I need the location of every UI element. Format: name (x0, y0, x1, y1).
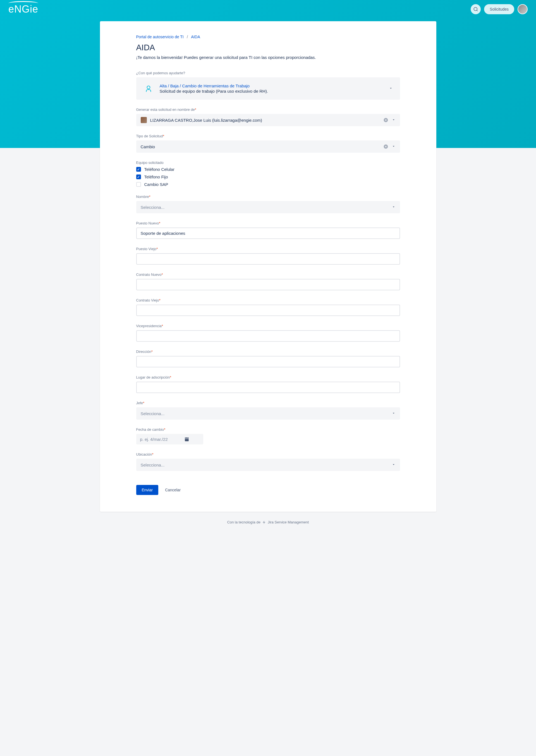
direccion-input[interactable] (136, 356, 400, 367)
equipo-label: Equipo solicitado (136, 160, 400, 165)
breadcrumb-current-link[interactable]: AIDA (191, 35, 200, 39)
chevron-down-icon (392, 118, 396, 122)
tipo-value: Cambio (141, 144, 380, 149)
footer-product[interactable]: Jira Service Management (268, 520, 309, 524)
footer: Con la tecnología de Jira Service Manage… (0, 512, 536, 533)
header: eNGie Solicitudes (0, 0, 536, 18)
clear-icon[interactable] (383, 144, 388, 149)
svg-line-1 (477, 10, 478, 11)
jefe-placeholder: Selecciona... (141, 411, 388, 416)
page-subtitle: ¡Te damos la bienvenida! Puedes generar … (136, 55, 400, 60)
search-icon (473, 7, 478, 12)
page-title: AIDA (136, 43, 400, 52)
ubicacion-label: Ubicación* (136, 452, 400, 456)
help-label: ¿Con qué podemos ayudarte? (136, 71, 400, 75)
checkbox-celular[interactable] (136, 167, 141, 172)
chevron-down-icon (392, 205, 396, 210)
nombre-select[interactable]: Selecciona... (136, 201, 400, 213)
person-icon (144, 83, 153, 93)
lugar-input[interactable] (136, 381, 400, 393)
puesto-viejo-input[interactable] (136, 253, 400, 265)
header-actions: Solicitudes (471, 4, 528, 14)
contrato-nuevo-input[interactable] (136, 279, 400, 290)
ubicacion-select[interactable]: Selecciona... (136, 459, 400, 471)
chevron-down-icon (389, 86, 393, 91)
solicitudes-button[interactable]: Solicitudes (484, 4, 514, 14)
checkbox-fijo[interactable] (136, 175, 141, 179)
avatar[interactable] (518, 4, 528, 14)
puesto-viejo-label: Puesto Viejo* (136, 247, 400, 251)
puesto-nuevo-label: Puesto Nuevo* (136, 221, 400, 225)
contrato-viejo-input[interactable] (136, 305, 400, 316)
checkbox-fijo-row: Teléfono Fijo (136, 175, 400, 179)
request-type-title: Alta / Baja / Cambio de Herramientas de … (160, 83, 383, 88)
request-type-desc: Solicitud de equipo de trabajo (Para uso… (160, 89, 383, 93)
breadcrumb: Portal de autoservicio de TI / AIDA (136, 35, 400, 39)
checkbox-celular-label[interactable]: Teléfono Celular (144, 167, 175, 172)
person-avatar-icon (141, 117, 147, 123)
checkbox-sap-label[interactable]: Cambio SAP (144, 182, 168, 187)
main-card: Portal de autoservicio de TI / AIDA AIDA… (100, 21, 436, 512)
svg-rect-5 (185, 438, 189, 442)
jefe-select[interactable]: Selecciona... (136, 407, 400, 420)
chevron-down-icon (392, 463, 396, 467)
checkbox-sap-row: Cambio SAP (136, 182, 400, 187)
chevron-down-icon (392, 144, 396, 149)
tipo-label: Tipo de Solicitud* (136, 134, 400, 138)
checkbox-sap[interactable] (136, 182, 141, 187)
fecha-input-wrap[interactable] (136, 434, 203, 444)
on-behalf-label: Generar esta solicitud en nombre de* (136, 108, 400, 112)
chevron-down-icon (392, 411, 396, 416)
fecha-label: Fecha de cambio* (136, 427, 400, 432)
direccion-label: Dirección* (136, 349, 400, 354)
fecha-input[interactable] (140, 437, 179, 442)
jira-icon (262, 520, 266, 524)
footer-powered-by: Con la tecnología de (227, 520, 260, 524)
form-actions: Enviar Cancelar (136, 485, 400, 495)
engie-logo[interactable]: eNGie (8, 3, 38, 15)
calendar-icon[interactable] (184, 437, 189, 442)
checkbox-fijo-label[interactable]: Teléfono Fijo (144, 175, 168, 179)
breadcrumb-separator: / (185, 35, 190, 39)
contrato-nuevo-label: Contrato Nuevo* (136, 273, 400, 277)
submit-button[interactable]: Enviar (136, 485, 158, 495)
contrato-viejo-label: Contrato Viejo* (136, 298, 400, 302)
checkbox-celular-row: Teléfono Celular (136, 167, 400, 172)
lugar-label: Lugar de adscripción* (136, 375, 400, 379)
cancel-button[interactable]: Cancelar (161, 485, 184, 495)
puesto-nuevo-input[interactable] (136, 227, 400, 239)
jefe-label: Jefe* (136, 401, 400, 405)
vicepresidencia-input[interactable] (136, 330, 400, 342)
clear-icon[interactable] (383, 117, 388, 122)
on-behalf-value: LIZARRAGA CASTRO,Jose Luis (luis.lizarra… (150, 118, 380, 122)
svg-point-0 (474, 7, 477, 11)
nombre-placeholder: Selecciona... (141, 205, 388, 210)
vicepresidencia-label: Vicepresidencia* (136, 324, 400, 328)
on-behalf-select[interactable]: LIZARRAGA CASTRO,Jose Luis (luis.lizarra… (136, 114, 400, 126)
request-type-selector[interactable]: Alta / Baja / Cambio de Herramientas de … (136, 77, 400, 100)
svg-point-2 (147, 86, 150, 89)
tipo-select[interactable]: Cambio (136, 141, 400, 153)
nombre-label: Nombre* (136, 195, 400, 199)
ubicacion-placeholder: Selecciona... (141, 463, 388, 467)
search-button[interactable] (471, 4, 481, 14)
breadcrumb-portal-link[interactable]: Portal de autoservicio de TI (136, 35, 184, 39)
